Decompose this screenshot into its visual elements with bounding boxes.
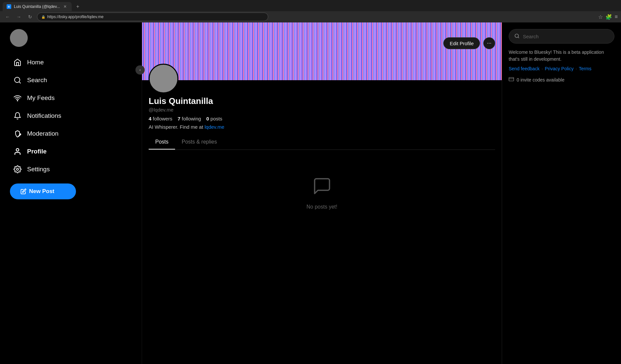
posts-label: posts (210, 116, 222, 121)
new-post-label: New Post (29, 188, 55, 195)
main-content: Edit Profile ··· Luis Quintanilla @lqdev… (142, 22, 502, 364)
more-options-button[interactable]: ··· (483, 37, 495, 49)
tab-title: Luis Quintanilla (@lqdev... (14, 4, 60, 9)
sidebar-item-search-label: Search (27, 77, 47, 84)
sidebar-item-home-label: Home (27, 59, 44, 66)
edit-profile-button[interactable]: Edit Profile (443, 37, 480, 49)
following-count: 7 (178, 116, 180, 121)
svg-rect-8 (509, 78, 514, 81)
welcome-message: Welcome to Bluesky! This is a beta appli… (509, 49, 614, 63)
address-bar[interactable]: 🔒 https://bsky.app/profile/lqdev.me (37, 13, 268, 21)
following-stat[interactable]: 7 following (178, 116, 201, 121)
sidebar-item-home[interactable]: Home (10, 53, 132, 71)
sidebar-item-moderation-label: Moderation (27, 130, 58, 137)
svg-point-5 (17, 168, 18, 170)
send-feedback-link[interactable]: Send feedback (509, 66, 539, 71)
url-display: https://bsky.app/profile/lqdev.me (47, 15, 103, 19)
extensions-icon[interactable]: 🧩 (605, 14, 612, 20)
separator-dot-2: · (575, 66, 577, 71)
profile-avatar-wrapper: Edit Profile ··· (149, 64, 495, 93)
sidebar: ‹ Home Search (0, 22, 142, 364)
person-icon (13, 147, 22, 156)
profile-avatar (149, 64, 178, 93)
invite-codes-text: 0 invite codes available (517, 77, 565, 83)
feeds-icon (13, 94, 22, 102)
profile-name: Luis Quintanilla (149, 96, 495, 106)
edit-icon (20, 188, 26, 194)
browser-actions: ☆ 🧩 ≡ (598, 14, 618, 20)
profile-stats: 4 followers 7 following 0 posts (149, 116, 495, 121)
shield-icon: 🔒 (41, 15, 45, 19)
search-box[interactable]: Search (509, 29, 614, 44)
ticket-icon (509, 77, 514, 83)
search-placeholder-text: Search (523, 34, 539, 39)
active-tab[interactable]: B Luis Quintanilla (@lqdev... ✕ (3, 2, 72, 11)
new-post-button[interactable]: New Post (10, 183, 76, 199)
profile-tabs: Posts Posts & replies (149, 135, 495, 150)
sidebar-item-moderation[interactable]: Moderation (10, 125, 132, 143)
svg-point-2 (17, 100, 18, 101)
svg-line-7 (518, 37, 519, 38)
profile-bio: AI Whisperer. Find me at lqdev.me (149, 124, 495, 130)
search-nav-icon (13, 76, 22, 84)
following-label: following (182, 116, 201, 121)
gear-icon (13, 165, 22, 174)
sidebar-item-notifications[interactable]: Notifications (10, 107, 132, 125)
search-icon (514, 33, 520, 40)
privacy-policy-link[interactable]: Privacy Policy (545, 66, 573, 71)
sidebar-item-profile[interactable]: Profile (10, 143, 132, 160)
bio-text: AI Whisperer. Find me at (149, 124, 204, 130)
empty-chat-icon (312, 176, 332, 200)
home-icon (13, 58, 22, 67)
profile-content: Edit Profile ··· Luis Quintanilla @lqdev… (142, 64, 502, 236)
sidebar-user-avatar[interactable] (10, 29, 28, 47)
sidebar-nav: Home Search (10, 53, 132, 178)
sidebar-links: Send feedback · Privacy Policy · Terms (509, 66, 614, 71)
tab-close-button[interactable]: ✕ (62, 4, 68, 9)
svg-line-1 (19, 82, 20, 83)
invite-codes[interactable]: 0 invite codes available (509, 77, 614, 83)
profile-actions: Edit Profile ··· (443, 37, 495, 49)
moderation-icon (13, 129, 22, 138)
app-container: ‹ Home Search (0, 22, 621, 364)
reload-button[interactable]: ↻ (26, 13, 34, 21)
sidebar-item-settings[interactable]: Settings (10, 160, 132, 178)
followers-count: 4 (149, 116, 151, 121)
separator-dot: · (541, 66, 543, 71)
followers-label: followers (153, 116, 172, 121)
profile-handle: @lqdev.me (149, 107, 495, 113)
sidebar-collapse-button[interactable]: ‹ (135, 65, 145, 75)
bell-icon (13, 112, 22, 120)
right-sidebar: Search Welcome to Bluesky! This is a bet… (502, 22, 621, 364)
tab-posts[interactable]: Posts (149, 135, 175, 149)
posts-stat: 0 posts (206, 116, 222, 121)
empty-posts-state: No posts yet! (149, 156, 495, 230)
new-tab-button[interactable]: + (73, 2, 82, 11)
terms-link[interactable]: Terms (579, 66, 591, 71)
sidebar-item-search[interactable]: Search (10, 71, 132, 89)
followers-stat[interactable]: 4 followers (149, 116, 172, 121)
menu-icon[interactable]: ≡ (615, 14, 618, 20)
back-button[interactable]: ← (3, 13, 12, 21)
bio-link[interactable]: lqdev.me (204, 124, 224, 130)
tab-posts-replies[interactable]: Posts & replies (175, 135, 224, 149)
sidebar-item-my-feeds-label: My Feeds (27, 94, 55, 102)
sidebar-item-my-feeds[interactable]: My Feeds (10, 89, 132, 107)
sidebar-item-notifications-label: Notifications (27, 112, 61, 119)
svg-point-4 (16, 149, 19, 151)
bookmark-icon[interactable]: ☆ (598, 14, 603, 20)
sidebar-item-profile-label: Profile (27, 148, 47, 155)
forward-button[interactable]: → (15, 13, 23, 21)
tab-favicon: B (7, 4, 11, 9)
sidebar-item-settings-label: Settings (27, 166, 50, 173)
nav-bar: ← → ↻ 🔒 https://bsky.app/profile/lqdev.m… (0, 11, 621, 22)
browser-chrome: B Luis Quintanilla (@lqdev... ✕ + ← → ↻ … (0, 0, 621, 22)
tab-bar: B Luis Quintanilla (@lqdev... ✕ + (0, 0, 621, 11)
empty-posts-text: No posts yet! (307, 204, 337, 210)
posts-count: 0 (206, 116, 209, 121)
